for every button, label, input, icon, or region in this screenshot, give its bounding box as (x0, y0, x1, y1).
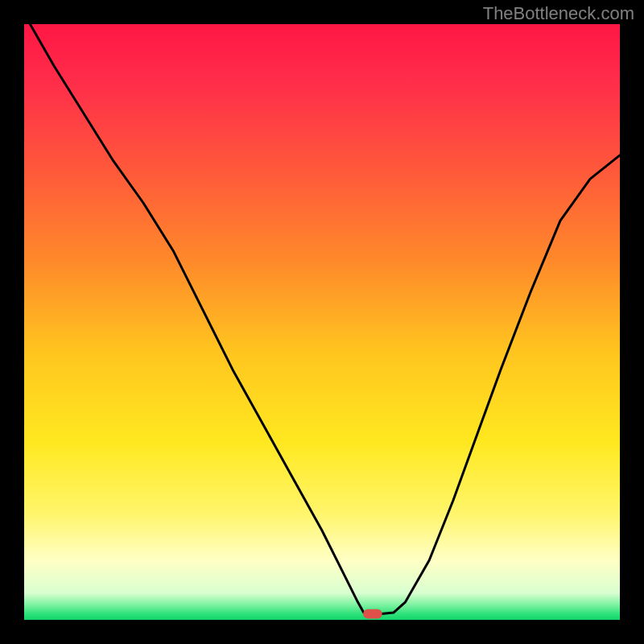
chart-container: TheBottleneck.com (0, 0, 644, 644)
watermark-text: TheBottleneck.com (483, 3, 634, 24)
optimal-point-marker (363, 609, 382, 619)
bottleneck-chart (0, 0, 644, 644)
